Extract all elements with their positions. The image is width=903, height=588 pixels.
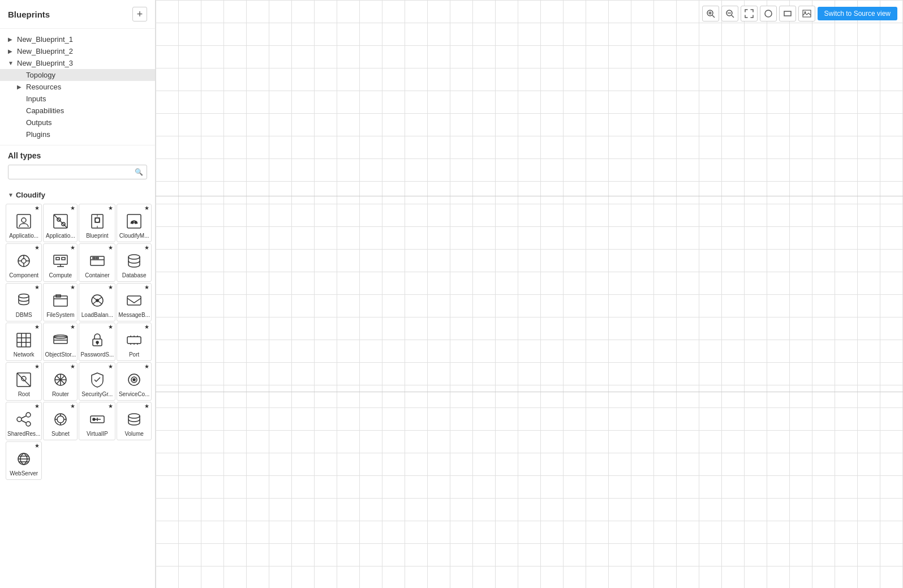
component-icon-network [14, 330, 34, 350]
tree-item-inputs[interactable]: Inputs [0, 93, 155, 105]
svg-line-41 [17, 373, 31, 387]
search-box: 🔍 [8, 165, 147, 179]
component-item-network[interactable]: ★Network [6, 323, 42, 361]
tree-item-bp1[interactable]: ▶New_Blueprint_1 [0, 33, 155, 45]
star-badge-objectstor: ★ [70, 324, 75, 330]
star-badge-volume: ★ [144, 404, 149, 409]
component-item-blueprint[interactable]: ★Blueprint [79, 204, 115, 242]
cloudify-chevron: ▼ [8, 192, 14, 198]
switch-source-button[interactable]: Switch to Source view [818, 7, 897, 20]
image-button[interactable] [798, 6, 815, 22]
component-item-port[interactable]: ★Port [117, 323, 152, 361]
component-item-sharedres[interactable]: ★SharedRes... [6, 402, 42, 440]
sidebar: Blueprints + ▶New_Blueprint_1▶New_Bluepr… [0, 0, 156, 588]
svg-point-22 [19, 294, 29, 298]
star-badge-port: ★ [144, 324, 149, 330]
component-item-application2[interactable]: ★Applicatio... [43, 204, 78, 242]
tree-chevron-bp1: ▶ [8, 36, 15, 42]
star-badge-router: ★ [70, 364, 75, 370]
tree-chevron-resources: ▶ [17, 84, 24, 90]
svg-point-26 [96, 299, 98, 302]
all-types-title: All types [8, 151, 147, 160]
component-item-filesystem[interactable]: ★FileSystem [43, 283, 78, 321]
component-icon-volume [124, 409, 144, 430]
tree-item-topology[interactable]: Topology [0, 69, 155, 81]
tree-label-inputs: Inputs [26, 95, 46, 103]
component-label-cloudifym: CloudifyM... [119, 233, 149, 239]
circle-button[interactable] [760, 6, 777, 22]
component-item-database[interactable]: ★Database [117, 243, 152, 282]
grid-background [156, 0, 903, 588]
canvas-separator-2 [156, 392, 903, 392]
component-item-messageb[interactable]: ★MessageB... [117, 283, 152, 321]
component-item-objectstor[interactable]: ★ObjectStor... [43, 323, 78, 361]
component-label-router: Router [52, 391, 69, 398]
component-icon-blueprint [87, 211, 108, 231]
svg-point-21 [128, 255, 140, 259]
component-label-database: Database [122, 272, 147, 279]
tree-item-bp3[interactable]: ▼New_Blueprint_3 [0, 57, 155, 69]
component-icon-sharedres [14, 409, 34, 430]
all-types-section: All types 🔍 [0, 145, 155, 188]
zoom-out-button[interactable] [721, 6, 738, 22]
component-item-application1[interactable]: ★Applicatio... [6, 204, 42, 242]
component-item-volume[interactable]: ★Volume [117, 402, 152, 440]
component-item-serviceco[interactable]: ★ServiceCo... [117, 362, 152, 401]
tree-item-capabilities[interactable]: Capabilities [0, 105, 155, 117]
component-item-loadbalancer[interactable]: ★LoadBalan... [79, 283, 115, 321]
blueprints-title: Blueprints [8, 10, 50, 19]
svg-point-46 [17, 417, 22, 422]
component-item-dbms[interactable]: ★DBMS [6, 283, 42, 321]
component-icon-compute [50, 251, 71, 271]
tree-item-outputs[interactable]: Outputs [0, 117, 155, 128]
tree-item-resources[interactable]: ▶Resources [0, 81, 155, 93]
svg-line-5 [54, 214, 67, 228]
component-item-router[interactable]: ★Router [43, 362, 78, 401]
star-badge-blueprint: ★ [108, 205, 113, 211]
star-badge-component: ★ [35, 245, 40, 251]
component-item-securitygr[interactable]: ★SecurityGr... [79, 362, 115, 401]
star-badge-cloudifym: ★ [144, 205, 149, 211]
svg-rect-67 [803, 10, 811, 17]
component-label-serviceco: ServiceCo... [119, 391, 149, 398]
tree-chevron-bp2: ▶ [8, 48, 15, 54]
tree-chevron-bp3: ▼ [8, 60, 15, 66]
component-item-passwords[interactable]: ★PasswordS... [79, 323, 115, 361]
component-item-component[interactable]: ★Component [6, 243, 42, 282]
component-label-application2: Applicatio... [46, 233, 75, 239]
svg-rect-28 [17, 333, 31, 347]
cloudify-header[interactable]: ▼ Cloudify [3, 188, 152, 201]
component-item-subnet[interactable]: ★Subnet [43, 402, 78, 440]
component-item-cloudifym[interactable]: ★CloudifyM... [117, 204, 152, 242]
star-badge-subnet: ★ [70, 404, 75, 409]
component-label-volume: Volume [124, 431, 143, 437]
search-input[interactable] [8, 165, 147, 179]
component-item-compute[interactable]: ★Compute [43, 243, 78, 282]
tree-label-topology: Topology [26, 71, 55, 79]
svg-line-50 [22, 420, 26, 423]
tree-label-bp3: New_Blueprint_3 [17, 59, 73, 67]
component-icon-component [14, 251, 34, 271]
toolbar: Switch to Source view [702, 6, 897, 22]
star-badge-securitygr: ★ [108, 364, 113, 370]
tree-item-plugins[interactable]: Plugins [0, 128, 155, 140]
star-badge-network: ★ [35, 324, 40, 330]
add-blueprint-button[interactable]: + [132, 7, 147, 22]
svg-line-63 [732, 15, 734, 18]
component-item-container[interactable]: ★Container [79, 243, 115, 282]
component-label-compute: Compute [49, 272, 72, 279]
component-icon-dbms [14, 290, 34, 311]
svg-rect-20 [96, 257, 98, 259]
component-item-root[interactable]: ★Root [6, 362, 42, 401]
rectangle-button[interactable] [779, 6, 796, 22]
fit-button[interactable] [741, 6, 758, 22]
component-label-objectstor: ObjectStor... [45, 351, 76, 358]
tree-item-bp2[interactable]: ▶New_Blueprint_2 [0, 45, 155, 57]
zoom-in-button[interactable] [702, 6, 719, 22]
component-item-virtualip[interactable]: ★VirtualIP [79, 402, 115, 440]
star-badge-virtualip: ★ [108, 404, 113, 409]
component-icon-messageb [124, 290, 144, 311]
component-icon-virtualip [87, 409, 108, 430]
component-item-webserver[interactable]: ★WebServer [6, 441, 42, 480]
star-badge-serviceco: ★ [144, 364, 149, 370]
